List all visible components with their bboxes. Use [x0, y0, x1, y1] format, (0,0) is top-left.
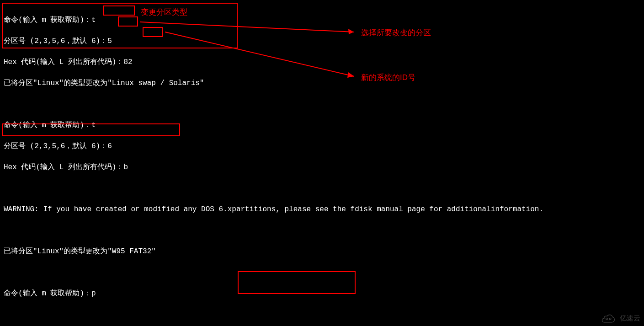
part-prompt: 分区号 (2,3,5,6，默认 6)：: [4, 142, 107, 150]
blank-3: [4, 225, 640, 236]
annotation-select-partition: 选择所要改变的分区: [361, 27, 431, 38]
line-partnum-2: 分区号 (2,3,5,6，默认 6)：6: [4, 141, 640, 152]
annotation-change-type: 变更分区类型: [141, 7, 187, 17]
box-partnum-5: [118, 16, 138, 27]
line-warning: WARNING: If you have created or modified…: [4, 204, 640, 215]
hex-prompt: Hex 代码(输入 L 列出所有代码)：: [4, 58, 123, 66]
box-cmd-t: [103, 5, 135, 16]
box-result-2: [2, 123, 180, 136]
hex-value: b: [123, 163, 128, 171]
annotation-new-system-id: 新的系统的ID号: [361, 72, 415, 83]
blank-1: [4, 99, 640, 110]
box-table-system: [238, 271, 356, 294]
svg-point-5: [609, 318, 611, 320]
svg-marker-3: [347, 72, 354, 78]
svg-point-4: [606, 318, 608, 320]
watermark: 亿速云: [599, 313, 640, 323]
hex-prompt: Hex 代码(输入 L 列出所有代码)：: [4, 163, 123, 171]
blank-2: [4, 183, 640, 194]
blank-5: [4, 310, 640, 320]
watermark-text: 亿速云: [620, 313, 640, 323]
line-result-2: 已将分区"Linux"的类型更改为"W95 FAT32": [4, 246, 640, 257]
cmd-prompt: 命令(输入 m 获取帮助)：: [4, 289, 91, 298]
box-hex-82: [143, 27, 163, 37]
cmd-value: p: [91, 289, 96, 298]
hex-value: 82: [123, 58, 132, 66]
line-hex-2: Hex 代码(输入 L 列出所有代码)：b: [4, 162, 640, 173]
cloud-icon: [599, 313, 617, 323]
part-value: 6: [107, 142, 112, 150]
